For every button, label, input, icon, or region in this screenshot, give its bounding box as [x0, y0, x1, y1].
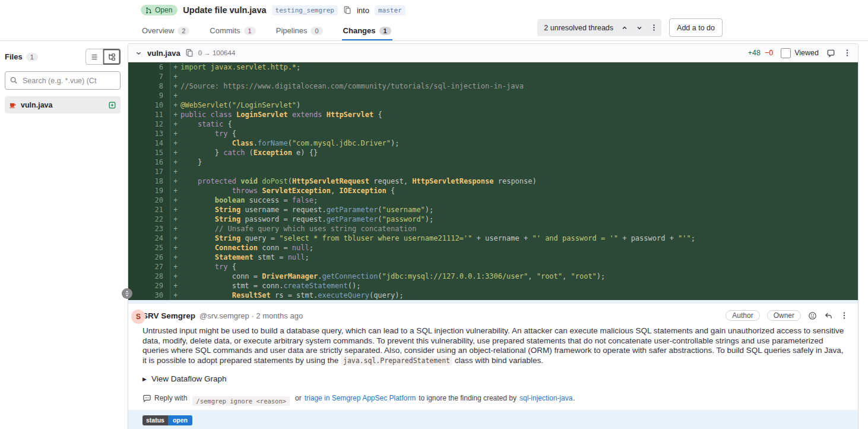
line-number[interactable]: 9	[128, 91, 170, 100]
threads-kebab-menu[interactable]	[647, 19, 661, 36]
list-view-button[interactable]	[85, 49, 103, 65]
added-lines-count: +48	[748, 49, 761, 57]
rule-link[interactable]: sql-injection-java	[519, 394, 572, 402]
tab-pipelines[interactable]: Pipelines 0	[275, 24, 324, 40]
mr-title-row: Open Update file vuln.java testing_semgr…	[141, 4, 868, 17]
line-number[interactable]: 20	[128, 195, 170, 205]
added-line-marker: +	[170, 253, 180, 262]
tab-overview[interactable]: Overview 2	[141, 24, 191, 40]
added-line-marker: +	[170, 167, 180, 176]
viewed-toggle[interactable]: Viewed	[781, 48, 819, 58]
added-line-marker: +	[170, 262, 180, 272]
author-name[interactable]: SRV Semgrep	[142, 311, 195, 320]
note-kebab-menu[interactable]	[840, 311, 848, 320]
line-number[interactable]: 7	[128, 72, 170, 81]
tree-view-button[interactable]	[103, 49, 121, 65]
file-search-input[interactable]	[5, 71, 121, 90]
file-tree-item-vuln-java[interactable]: vuln.java	[5, 96, 121, 113]
line-number[interactable]: 23	[128, 224, 170, 234]
code-content: String query = "select * from tbluser wh…	[180, 234, 858, 243]
reply-icon[interactable]	[824, 311, 833, 320]
file-name: vuln.java	[21, 101, 104, 109]
line-number[interactable]: 8	[128, 81, 170, 91]
file-comment-icon[interactable]	[826, 49, 835, 58]
tab-commits[interactable]: Commits 1	[208, 24, 256, 40]
author-meta: @srv.semgrep · 2 months ago	[199, 311, 303, 320]
diff-line: 9+	[128, 91, 858, 100]
code-content: try {	[180, 262, 858, 272]
mr-tabs-row: Overview 2 Commits 1 Pipelines 0 Changes…	[141, 18, 868, 40]
line-number[interactable]: 28	[128, 272, 170, 281]
line-number[interactable]: 30	[128, 291, 170, 300]
add-reaction-icon[interactable]	[808, 311, 817, 320]
line-number[interactable]: 18	[128, 176, 170, 186]
tab-changes-count: 1	[379, 27, 391, 35]
target-branch-ref[interactable]: master	[375, 5, 406, 15]
diff-line: 27+ try {	[128, 262, 858, 272]
author-badge: Author	[726, 310, 759, 321]
code-content: // Unsafe query which uses string concat…	[180, 224, 858, 234]
reply-hint-period: .	[573, 394, 575, 402]
viewed-checkbox[interactable]	[781, 48, 791, 58]
tab-overview-count: 2	[178, 27, 189, 35]
triangle-right-icon: ▶	[142, 376, 147, 382]
line-number[interactable]: 16	[128, 157, 170, 167]
previous-thread-button[interactable]	[617, 19, 632, 36]
copy-branch-icon[interactable]	[343, 6, 351, 14]
diff-line: 16+ }	[128, 157, 858, 167]
diff-line: 14+ Class.forName("com.mysql.jdbc.Driver…	[128, 138, 858, 148]
tab-pipelines-count: 0	[311, 27, 322, 35]
code-content: conn = DriverManager.getConnection("jdbc…	[180, 272, 858, 281]
viewed-label: Viewed	[794, 49, 819, 57]
diff-line: 22+ String password = request.getParamet…	[128, 214, 858, 224]
added-line-marker: +	[170, 129, 180, 138]
line-number[interactable]: 15	[128, 148, 170, 157]
header-controls: 2 unresolved threads Add a to do	[537, 18, 723, 40]
next-thread-button[interactable]	[632, 19, 647, 36]
avatar[interactable]: S	[131, 310, 145, 324]
line-number[interactable]: 24	[128, 234, 170, 243]
line-number[interactable]: 19	[128, 186, 170, 195]
comment-inline-code: java.sql.PreparedStatement	[341, 356, 452, 365]
files-count-badge: 1	[26, 53, 38, 61]
collapse-file-chevron-icon[interactable]	[135, 49, 142, 57]
line-number[interactable]: 6	[128, 62, 170, 72]
triage-platform-link[interactable]: triage in Semgrep AppSec Platform	[305, 394, 416, 402]
added-line-marker: +	[170, 176, 180, 186]
note-header: SRV Semgrep @srv.semgrep · 2 months ago …	[142, 309, 848, 322]
line-number[interactable]: 10	[128, 100, 170, 110]
code-content: stmt = conn.createStatement();	[180, 281, 858, 291]
line-number[interactable]: 29	[128, 281, 170, 291]
comment-bubble-icon	[142, 394, 151, 403]
line-number[interactable]: 27	[128, 262, 170, 272]
discussion-thread: S SRV Semgrep @srv.semgrep · 2 months ag…	[128, 300, 858, 429]
line-number[interactable]: 14	[128, 138, 170, 148]
semgrep-reply-hint: Reply with /semgrep ignore <reason> or t…	[142, 393, 848, 403]
view-dataflow-graph-toggle[interactable]: ▶ View Dataflow Graph	[142, 374, 848, 383]
reply-hint-prefix: Reply with	[154, 394, 187, 402]
mr-title: Update file vuln.java	[183, 5, 266, 15]
added-line-marker: +	[170, 138, 180, 148]
unresolved-threads-group: 2 unresolved threads	[537, 19, 661, 36]
line-number[interactable]: 17	[128, 167, 170, 176]
line-number[interactable]: 22	[128, 214, 170, 224]
expand-lines-button[interactable]	[122, 288, 132, 299]
code-content: boolean success = false;	[180, 195, 858, 205]
diff-file-name[interactable]: vuln.java	[147, 49, 180, 58]
added-line-marker: +	[170, 110, 180, 119]
comment-text-end: class with bind variables.	[455, 356, 543, 365]
line-number[interactable]: 11	[128, 110, 170, 119]
line-number[interactable]: 13	[128, 129, 170, 138]
diff-file-actions: +48 −0 Viewed	[748, 48, 851, 58]
copy-file-path-icon[interactable]	[185, 49, 194, 57]
added-line-marker: +	[170, 119, 180, 129]
diff-line: 25+ Connection conn = null;	[128, 243, 858, 253]
file-options-kebab-menu[interactable]	[843, 49, 851, 57]
line-number[interactable]: 25	[128, 243, 170, 253]
source-branch-ref[interactable]: testing_semgrep	[272, 5, 338, 15]
line-number[interactable]: 21	[128, 205, 170, 214]
add-todo-button[interactable]: Add a to do	[669, 18, 723, 37]
line-number[interactable]: 12	[128, 119, 170, 129]
line-number[interactable]: 26	[128, 253, 170, 262]
tab-changes[interactable]: Changes 1	[342, 24, 392, 40]
